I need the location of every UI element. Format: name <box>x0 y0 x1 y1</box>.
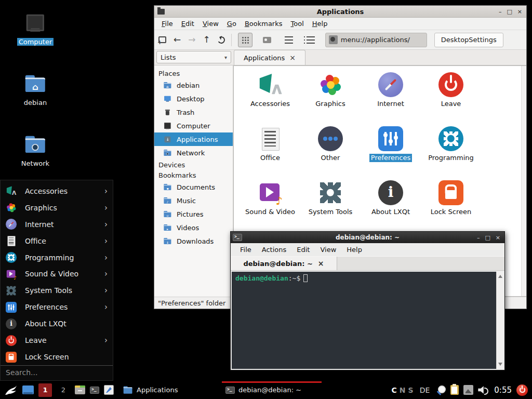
compact-view-button[interactable] <box>282 33 296 47</box>
menu-item-sound-video[interactable]: Sound & Video › <box>1 266 113 283</box>
clipboard-icon[interactable] <box>450 385 459 395</box>
fm-menu-view[interactable]: View <box>198 18 223 29</box>
terminal-tab[interactable]: debian@debian: ~ <box>231 257 337 270</box>
term-menu-edit[interactable]: Edit <box>291 244 315 255</box>
back-icon[interactable]: ← <box>174 35 181 44</box>
maximize-icon[interactable]: □ <box>485 235 490 241</box>
menu-item-graphics[interactable]: Graphics › <box>1 200 113 216</box>
keyboard-layout-indicator[interactable]: DE <box>420 386 430 394</box>
minimize-icon[interactable]: – <box>499 9 502 15</box>
menu-item-about-lxqt[interactable]: About LXQt <box>1 315 113 332</box>
forward-icon[interactable]: → <box>188 35 195 44</box>
fm-item-office[interactable]: Office <box>240 126 300 180</box>
icon-view-button[interactable] <box>238 33 252 47</box>
terminal-scrollbar[interactable] <box>496 272 503 369</box>
file-manager-launcher-icon[interactable] <box>75 385 85 394</box>
tab-close-icon[interactable] <box>318 259 324 268</box>
sidebar-item-desktop[interactable]: Desktop <box>154 92 233 105</box>
menu-item-programming[interactable]: Programming › <box>1 249 113 266</box>
terminal-content[interactable]: debian@debian:~$ <box>231 271 504 370</box>
path-bar[interactable]: menu://applications/ <box>325 33 427 47</box>
sidebar-item-videos[interactable]: ▸ Videos <box>154 221 233 234</box>
fm-menu-bookmarks[interactable]: Bookmarks <box>241 18 287 29</box>
term-menu-view[interactable]: View <box>315 244 341 255</box>
detailed-view-button[interactable] <box>303 33 318 47</box>
fm-menu-file[interactable]: File <box>157 18 177 29</box>
tab-close-icon[interactable] <box>289 54 296 62</box>
fm-item-graphics[interactable]: Graphics <box>300 72 361 126</box>
sidebar-item-computer[interactable]: Computer <box>154 119 233 132</box>
fm-titlebar[interactable]: Applications – □ × <box>154 6 526 18</box>
fm-item-programming[interactable]: Programming <box>421 126 481 180</box>
reload-icon[interactable] <box>217 35 225 44</box>
desktop-icon-debian[interactable]: ⌂ debian <box>9 72 61 107</box>
fm-menu-go[interactable]: Go <box>223 18 241 29</box>
sidebar-item-network[interactable]: Network <box>154 146 233 159</box>
desktop-icon-computer[interactable]: Computer <box>9 11 61 46</box>
term-menu-actions[interactable]: Actions <box>257 244 292 255</box>
fm-item-about-lxqt[interactable]: About LXQt <box>361 180 421 234</box>
fm-scrollbar[interactable] <box>521 66 526 296</box>
fm-menu-edit[interactable]: Edit <box>177 18 198 29</box>
desktop-settings-button[interactable]: DesktopSettings <box>434 33 503 47</box>
menu-item-system-tools[interactable]: System Tools › <box>1 282 113 299</box>
minimize-icon[interactable]: – <box>477 235 480 241</box>
menu-item-accessories[interactable]: Accessories › <box>1 183 113 200</box>
close-icon[interactable]: × <box>517 9 522 15</box>
power-button[interactable] <box>516 384 528 396</box>
terminal-screen[interactable]: debian@debian:~$ <box>232 272 496 369</box>
thumbnail-view-button[interactable] <box>260 33 274 47</box>
fm-menu-help[interactable]: Help <box>308 18 332 29</box>
sidebar-item-pictures[interactable]: ▫ Pictures <box>154 207 233 221</box>
sidebar-item-trash[interactable]: Trash <box>154 105 233 119</box>
taskbar: 1 2 Applications debian@debian: ~ C N S … <box>0 381 532 399</box>
desktop-icon-network[interactable]: Network <box>9 133 61 167</box>
text-editor-launcher-icon[interactable] <box>104 385 114 395</box>
scroll-up-icon[interactable] <box>498 273 502 278</box>
workspace-1-button[interactable]: 1 <box>38 383 52 397</box>
fm-item-internet[interactable]: Internet <box>361 72 421 126</box>
close-icon[interactable]: × <box>496 235 500 241</box>
menu-item-preferences[interactable]: Preferences › <box>1 299 113 315</box>
fm-item-lock-screen[interactable]: Lock Screen <box>421 180 481 234</box>
term-menu-file[interactable]: File <box>235 244 257 255</box>
menu-item-lock-screen[interactable]: Lock Screen <box>1 349 113 365</box>
sidebar-item-debian[interactable]: ⌂ debian <box>154 78 233 92</box>
fm-item-sound-video[interactable]: Sound & Video <box>240 180 300 234</box>
maximize-icon[interactable]: □ <box>507 9 512 15</box>
location-icon <box>329 35 338 44</box>
scroll-down-icon[interactable] <box>498 363 502 368</box>
new-tab-icon[interactable] <box>158 36 166 43</box>
task-button-terminal[interactable]: debian@debian: ~ <box>222 381 325 399</box>
fm-item-other[interactable]: Other <box>300 126 361 180</box>
sidebar-item-downloads[interactable]: ↓ Downloads <box>154 234 233 248</box>
fm-tab-applications[interactable]: Applications <box>234 50 305 65</box>
fm-menu-tool[interactable]: Tool <box>287 18 308 29</box>
up-icon[interactable]: ↑ <box>203 35 210 44</box>
lxqt-menu-button[interactable] <box>4 384 18 396</box>
sidebar-item-documents[interactable]: ▪ Documents <box>154 180 233 194</box>
sidebar-item-applications[interactable]: Applications <box>154 132 233 146</box>
terminal-launcher-icon[interactable] <box>90 387 99 394</box>
lists-dropdown[interactable]: Lists ▾ <box>156 51 231 63</box>
fm-item-accessories[interactable]: Accessories <box>240 72 300 126</box>
fm-item-system-tools[interactable]: System Tools <box>300 180 361 234</box>
menu-item-leave[interactable]: Leave › <box>1 332 113 349</box>
trash-icon <box>163 108 172 117</box>
sidebar-item-music[interactable]: ♪ Music <box>154 194 233 207</box>
screenshot-tool-icon[interactable] <box>436 385 446 395</box>
menu-item-office[interactable]: Office › <box>1 233 113 249</box>
terminal-titlebar[interactable]: debian@debian: ~ – □ × <box>231 232 504 243</box>
menu-search-input[interactable]: Search... <box>1 365 113 380</box>
removable-media-icon[interactable] <box>463 385 473 395</box>
clock[interactable]: 0:55 <box>494 385 512 395</box>
volume-icon[interactable] <box>478 385 489 395</box>
keyboard-indicator[interactable]: C N S <box>392 386 414 394</box>
workspace-2-button[interactable]: 2 <box>57 383 70 397</box>
fm-item-leave[interactable]: Leave <box>421 72 481 126</box>
fm-item-preferences[interactable]: Preferences <box>361 126 421 180</box>
term-menu-help[interactable]: Help <box>341 244 367 255</box>
show-desktop-icon[interactable] <box>22 385 34 394</box>
task-button-applications[interactable]: Applications <box>119 381 222 399</box>
menu-item-internet[interactable]: Internet › <box>1 216 113 233</box>
